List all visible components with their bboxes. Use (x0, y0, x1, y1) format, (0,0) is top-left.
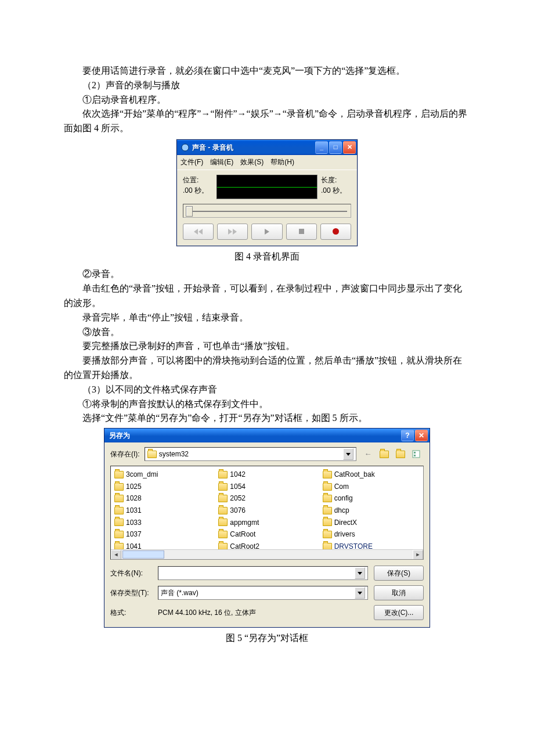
format-label: 格式: (110, 607, 152, 618)
folder-item[interactable]: CatRoot (218, 528, 315, 541)
help-button[interactable]: ? (401, 430, 414, 441)
titlebar[interactable]: 声音 - 录音机 _ □ ✕ (177, 140, 357, 155)
folder-item[interactable]: 1025 (114, 481, 211, 493)
folder-icon (218, 471, 228, 478)
folder-icon (323, 471, 332, 478)
folder-item[interactable]: 1042 (218, 469, 315, 481)
folder-item[interactable]: 3com_dmi (114, 469, 211, 481)
file-list[interactable]: 3com_dmi10251028103110331037104110421054… (110, 466, 424, 560)
paragraph: ①启动录音机程序。 (64, 93, 470, 107)
folder-up-icon (380, 451, 389, 458)
menu-help[interactable]: 帮助(H) (270, 157, 294, 168)
folder-icon (323, 507, 332, 514)
h-scrollbar[interactable]: ◄ ► (111, 549, 423, 559)
folder-item[interactable]: DirectX (323, 517, 420, 529)
paragraph: 单击红色的“录音”按钮，开始录音，可以看到，在录制过程中，声波窗口中同步显示出了… (64, 282, 470, 311)
folder-name: 1037 (126, 529, 142, 540)
app-icon (181, 143, 190, 152)
window-title: 声音 - 录音机 (192, 142, 315, 153)
figure-caption: 图 5 “另存为”对话框 (64, 631, 470, 646)
close-button[interactable]: ✕ (343, 141, 356, 154)
menu-edit[interactable]: 编辑(E) (210, 157, 233, 168)
folder-item[interactable]: 3076 (218, 505, 315, 517)
svg-point-0 (182, 144, 189, 151)
folder-name: 1028 (126, 493, 142, 504)
folder-name: 1025 (126, 481, 142, 492)
change-button[interactable]: 更改(C)... (374, 605, 424, 620)
folder-icon (323, 531, 332, 538)
save-button[interactable]: 保存(S) (374, 566, 424, 581)
scroll-left-button[interactable]: ◄ (111, 550, 121, 560)
folder-name: 1033 (126, 517, 142, 528)
location-combo[interactable]: system32 (145, 447, 356, 461)
folder-name: config (334, 493, 353, 504)
paragraph: 依次选择“开始”菜单的“程序”→“附件”→“娱乐”→“录音机”命令，启动录音机程… (64, 107, 470, 136)
folder-name: dhcp (334, 505, 349, 516)
filename-label: 文件名(N): (110, 568, 152, 579)
paragraph: 选择“文件”菜单的“另存为”命令，打开“另存为”对话框，如图 5 所示。 (64, 411, 470, 426)
folder-icon (218, 507, 228, 514)
folder-name: Com (334, 481, 349, 492)
seek-start-button[interactable] (183, 224, 214, 240)
menu-effect[interactable]: 效果(S) (240, 157, 264, 168)
folder-icon (114, 495, 124, 502)
length-label: 长度: (321, 175, 351, 186)
new-folder-icon (396, 451, 405, 458)
back-button[interactable]: ← (361, 447, 375, 461)
maximize-button[interactable]: □ (329, 141, 342, 154)
folder-name: 1054 (230, 481, 246, 492)
cancel-button[interactable]: 取消 (374, 585, 424, 600)
menu-file[interactable]: 文件(F) (181, 157, 203, 168)
paragraph: ②录音。 (64, 267, 470, 282)
minimize-button[interactable]: _ (315, 141, 328, 154)
folder-icon (114, 531, 124, 538)
chevron-down-icon[interactable] (343, 448, 353, 460)
folder-name: CatRoot_bak (334, 469, 375, 480)
folder-name: 1031 (126, 505, 142, 516)
chevron-down-icon[interactable] (355, 567, 365, 579)
scroll-thumb[interactable] (122, 550, 164, 559)
folder-item[interactable]: CatRoot_bak (323, 469, 420, 481)
filetype-combo[interactable]: 声音 (*.wav) (158, 586, 368, 600)
folder-name: 3076 (230, 505, 246, 516)
chevron-down-icon[interactable] (355, 587, 365, 599)
close-button[interactable]: ✕ (415, 430, 428, 441)
folder-item[interactable]: 1037 (114, 528, 211, 541)
folder-icon (114, 519, 124, 526)
scroll-right-button[interactable]: ► (413, 550, 423, 560)
record-button[interactable] (320, 224, 351, 240)
length-value: .00 秒。 (321, 185, 351, 196)
folder-item[interactable]: 1031 (114, 505, 211, 517)
folder-icon (114, 507, 124, 514)
folder-name: drivers (334, 529, 355, 540)
titlebar[interactable]: 另存为 ? ✕ (104, 429, 430, 442)
sound-recorder-window: 声音 - 录音机 _ □ ✕ 文件(F) 编辑(E) 效果(S) 帮助(H) 位… (176, 139, 358, 246)
folder-icon (218, 495, 228, 502)
position-slider[interactable] (183, 204, 351, 218)
folder-item[interactable]: Com (323, 481, 420, 493)
folder-item[interactable]: dhcp (323, 505, 420, 517)
folder-icon (114, 483, 124, 491)
folder-item[interactable]: appmgmt (218, 517, 315, 529)
folder-item[interactable]: 1054 (218, 481, 315, 493)
paragraph: 要使用话筒进行录音，就必须在窗口中选中“麦克风”一项下方的“选择”复选框。 (64, 64, 470, 78)
folder-item[interactable]: 1033 (114, 517, 211, 529)
seek-end-button[interactable] (217, 224, 248, 240)
filename-input[interactable] (158, 566, 368, 580)
folder-item[interactable]: 1028 (114, 492, 211, 505)
paragraph: 要播放部分声音，可以将图中的滑块拖动到合适的位置，然后单击“播放”按钮，就从滑块… (64, 354, 470, 383)
paragraph: （3）以不同的文件格式保存声音 (64, 383, 470, 397)
folder-icon (323, 519, 332, 526)
paragraph: 要完整播放已录制好的声音，可也单击“播放”按钮。 (64, 339, 470, 354)
folder-item[interactable]: drivers (323, 528, 420, 541)
play-button[interactable] (251, 224, 282, 240)
folder-item[interactable]: 2052 (218, 492, 315, 505)
folder-item[interactable]: config (323, 492, 420, 505)
view-menu-button[interactable] (410, 447, 424, 461)
up-button[interactable] (377, 447, 391, 461)
folder-icon (218, 483, 228, 491)
svg-rect-1 (413, 451, 420, 458)
position-label: 位置: (183, 175, 213, 186)
new-folder-button[interactable] (394, 447, 407, 461)
stop-button[interactable] (286, 224, 317, 240)
